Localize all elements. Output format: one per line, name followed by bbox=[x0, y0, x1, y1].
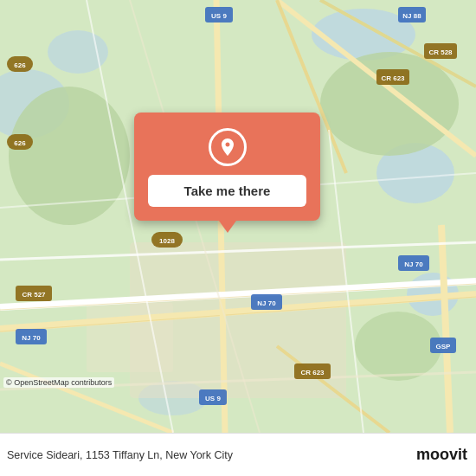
take-me-there-button[interactable]: Take me there bbox=[148, 175, 306, 207]
location-pin-icon bbox=[209, 128, 247, 166]
svg-point-8 bbox=[320, 52, 459, 156]
svg-text:626: 626 bbox=[14, 139, 26, 147]
svg-point-7 bbox=[9, 87, 130, 225]
svg-text:626: 626 bbox=[14, 61, 26, 69]
svg-text:NJ 70: NJ 70 bbox=[22, 334, 41, 342]
osm-copyright: © OpenStreetMap contributors bbox=[3, 377, 114, 388]
svg-text:CR 528: CR 528 bbox=[428, 48, 453, 56]
svg-text:1028: 1028 bbox=[159, 237, 175, 245]
moovit-logo: moovit bbox=[416, 446, 467, 464]
svg-rect-11 bbox=[87, 303, 173, 372]
svg-text:NJ 88: NJ 88 bbox=[402, 12, 421, 20]
svg-text:CR 623: CR 623 bbox=[381, 74, 405, 82]
svg-point-9 bbox=[355, 312, 441, 381]
svg-text:CR 623: CR 623 bbox=[300, 369, 325, 376]
svg-text:NJ 70: NJ 70 bbox=[404, 261, 423, 268]
moovit-text: moovit bbox=[416, 446, 467, 464]
popup-card: Take me there bbox=[134, 113, 320, 221]
pin-svg bbox=[217, 137, 238, 158]
svg-text:GSP: GSP bbox=[436, 343, 452, 351]
bottom-bar: Service Sideari, 1153 Tiffany Ln, New Yo… bbox=[0, 433, 476, 476]
svg-text:US 9: US 9 bbox=[205, 395, 221, 402]
svg-text:CR 527: CR 527 bbox=[22, 291, 46, 299]
svg-text:NJ 70: NJ 70 bbox=[257, 299, 276, 307]
address-text: Service Sideari, 1153 Tiffany Ln, New Yo… bbox=[7, 449, 416, 461]
map-container[interactable]: US 9 NJ 88 CR 528 CR 623 626 626 1028 CR… bbox=[0, 0, 476, 433]
svg-text:US 9: US 9 bbox=[211, 12, 227, 20]
